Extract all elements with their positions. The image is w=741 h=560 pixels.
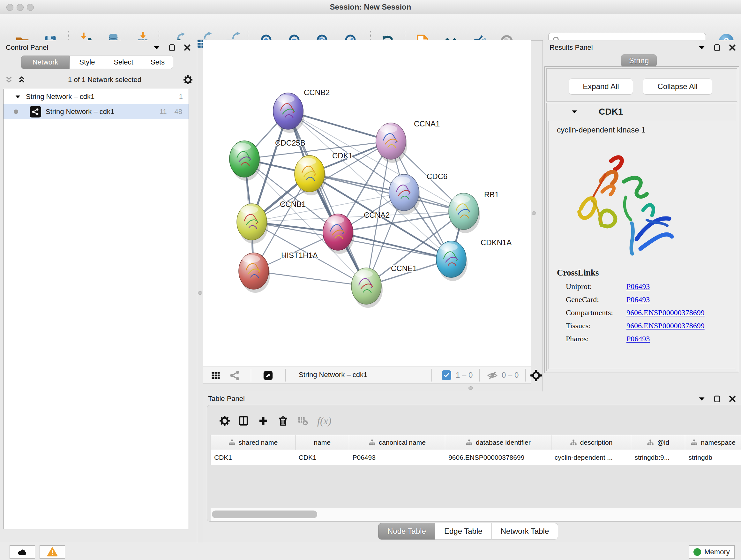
panel-menu-icon[interactable] (697, 44, 706, 52)
crosslink-link[interactable]: P06493 (626, 295, 650, 304)
crosslink-label: Uniprot: (566, 282, 626, 291)
network-node[interactable] (376, 123, 407, 163)
memory-label: Memory (704, 548, 730, 556)
network-node[interactable] (323, 214, 354, 254)
delete-column-trash-icon[interactable] (273, 413, 293, 429)
network-collection-row[interactable]: String Network – cdk1 1 (3, 89, 189, 104)
scrollbar-thumb[interactable] (212, 510, 317, 518)
delete-table-icon[interactable] (293, 413, 313, 429)
crosslink-row: Pharos:P06493 (566, 334, 735, 343)
network-node[interactable] (294, 155, 326, 195)
splitter-handle[interactable] (198, 291, 202, 295)
titlebar: Session: New Session (0, 0, 741, 14)
table-cell[interactable]: cyclin-dependent ... (551, 450, 631, 465)
node-label: RB1 (484, 190, 499, 199)
expand-all-networks-icon[interactable] (4, 75, 13, 84)
tab-edge-table[interactable]: Edge Table (435, 523, 492, 540)
detach-view-icon[interactable] (261, 368, 275, 382)
panel-close-icon[interactable] (728, 395, 737, 403)
panel-menu-icon[interactable] (152, 44, 161, 52)
tab-sets[interactable]: Sets (142, 56, 173, 69)
network-node[interactable] (449, 193, 480, 233)
gene-section-header[interactable]: CDK1 (546, 103, 737, 121)
column-header-namespace[interactable]: namespace (685, 435, 741, 450)
splitter-handle[interactable] (468, 386, 473, 390)
column-header-name[interactable]: name (295, 435, 349, 450)
birdseye-grid-icon[interactable] (209, 368, 223, 382)
column-header-label: database identifier (476, 439, 531, 446)
panel-menu-icon[interactable] (697, 395, 706, 403)
add-column-plus-icon[interactable] (253, 413, 273, 429)
crosslink-link[interactable]: P06493 (626, 334, 650, 343)
network-graph[interactable]: CCNB2CCNA1CDC25BCDK1CDC6RB1CCNB1CCNA2CDK… (203, 40, 531, 367)
network-node[interactable] (436, 241, 468, 281)
window-zoom-button[interactable] (27, 4, 34, 11)
crosslink-link[interactable]: P06493 (626, 282, 650, 291)
tab-select[interactable]: Select (105, 56, 142, 69)
node-label: CCNE1 (391, 264, 417, 273)
column-header-description[interactable]: description (551, 435, 631, 450)
tab-node-table[interactable]: Node Table (378, 523, 435, 540)
cloud-button[interactable] (10, 545, 35, 559)
column-header-shared-name[interactable]: shared name (211, 435, 295, 450)
gene-expander-icon[interactable] (570, 108, 578, 116)
crosslink-link[interactable]: 9606.ENSP00000378699 (626, 308, 704, 317)
column-header-database-identifier[interactable]: database identifier (445, 435, 551, 450)
table-cell[interactable]: stringdb (685, 450, 741, 465)
results-panel-header: Results Panel (549, 42, 737, 53)
table-cell[interactable]: P06493 (349, 450, 445, 465)
table-cell[interactable]: stringdb:9... (631, 450, 685, 465)
network-options-gear-icon[interactable] (183, 75, 193, 84)
column-header--id[interactable]: @id (631, 435, 685, 450)
tab-network-table[interactable]: Network Table (492, 523, 558, 540)
column-header-label: name (314, 439, 331, 446)
memory-status-dot (693, 548, 701, 556)
table-settings-gear-icon[interactable] (216, 413, 233, 429)
collapse-all-button[interactable]: Collapse All (643, 78, 712, 95)
network-list-header: 1 of 1 Network selected (4, 73, 193, 87)
string-network-icon (30, 106, 41, 118)
tab-string[interactable]: String (621, 54, 657, 67)
crosslink-label: GeneCard: (566, 295, 626, 304)
network-node[interactable] (351, 268, 383, 308)
network-edge[interactable] (254, 271, 366, 286)
network-edge[interactable] (288, 111, 366, 286)
table-cell[interactable]: 9606.ENSP00000378699 (445, 450, 551, 465)
collection-expander-icon[interactable] (14, 93, 21, 100)
selected-count: 1 – 0 (456, 371, 473, 380)
namespace-tree-icon (466, 439, 473, 446)
crosslink-link[interactable]: 9606.ENSP00000378699 (626, 321, 704, 330)
network-row[interactable]: String Network – cdk1 11 48 (3, 104, 189, 119)
panel-float-icon[interactable] (168, 44, 176, 52)
selected-checkbox[interactable] (442, 370, 451, 380)
network-node[interactable] (237, 204, 268, 244)
network-node[interactable] (239, 253, 270, 293)
panel-float-icon[interactable] (713, 44, 721, 52)
expand-all-button[interactable]: Expand All (569, 78, 633, 95)
network-share-icon[interactable] (228, 368, 242, 382)
tab-style[interactable]: Style (70, 56, 105, 69)
table-cell[interactable]: CDK1 (211, 450, 295, 465)
table-columns-icon[interactable] (233, 413, 253, 429)
network-node[interactable] (273, 93, 305, 133)
navigate-crosshair-icon[interactable] (529, 368, 543, 382)
network-canvas[interactable]: CCNB2CCNA1CDC25BCDK1CDC6RB1CCNB1CCNA2CDK… (203, 40, 531, 367)
table-horizontal-scrollbar[interactable] (211, 508, 741, 521)
table-cell[interactable]: CDK1 (295, 450, 349, 465)
table-row[interactable]: CDK1CDK1P064939606.ENSP00000378699cyclin… (211, 450, 741, 465)
panel-close-icon[interactable] (728, 44, 737, 52)
window-close-button[interactable] (6, 4, 13, 11)
panel-close-icon[interactable] (183, 44, 192, 52)
warnings-button[interactable] (40, 545, 65, 559)
collapse-all-networks-icon[interactable] (17, 75, 26, 84)
network-node[interactable] (389, 174, 420, 214)
memory-button[interactable]: Memory (689, 545, 735, 559)
splitter-handle[interactable] (532, 211, 536, 215)
tab-network[interactable]: Network (21, 56, 70, 69)
window-minimize-button[interactable] (17, 4, 23, 11)
panel-float-icon[interactable] (713, 395, 721, 403)
control-panel-title: Control Panel (6, 44, 48, 52)
node-label: CCNB1 (280, 200, 306, 208)
column-header-canonical-name[interactable]: canonical name (349, 435, 445, 450)
function-builder-button[interactable]: f(x) (317, 415, 331, 427)
